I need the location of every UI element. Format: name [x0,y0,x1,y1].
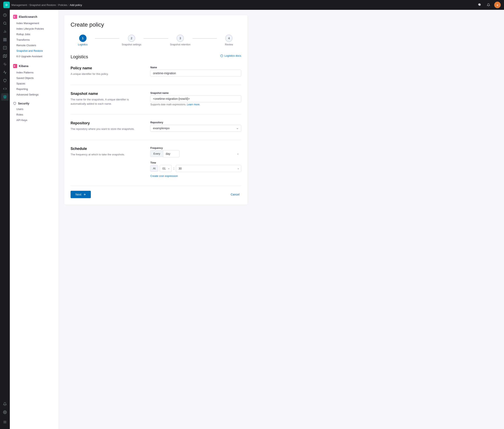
at-badge: At [150,165,158,172]
sidebar-item-remote-clusters[interactable]: Remote Clusters [10,43,59,48]
step-3-label: Snapshot retention [170,43,191,46]
sidebar-item-users[interactable]: Users [10,106,59,112]
repository-select[interactable]: examplerepo [150,125,241,132]
frequency-label: Frequency [150,147,241,150]
sidebar-item-advanced-settings[interactable]: Advanced Settings [10,92,59,97]
repository-select-wrapper: examplerepo [150,125,241,132]
logistics-section-header: Logistics Logistics docs [71,54,241,60]
sidebar-item-saved-objects[interactable]: Saved Objects [10,75,59,81]
snapshot-name-section: Snapshot name The name for the snapshots… [71,92,241,106]
cancel-button[interactable]: Cancel [229,191,241,198]
svg-text:K: K [14,65,16,67]
name-input[interactable] [150,70,241,77]
rail-discover-icon[interactable] [1,20,9,27]
minute-select[interactable]: 30 001545 [176,165,241,172]
rail-stack-icon[interactable] [1,93,9,101]
rail-collapse-icon[interactable] [1,418,9,426]
step-4[interactable]: 4 Review [217,35,241,46]
schedule-fields: Frequency Every day week month [150,147,241,178]
learn-more-link[interactable]: Learn more. [187,103,200,106]
app-logo[interactable]: D [3,2,10,8]
logistics-docs-link[interactable]: Logistics docs [220,54,241,57]
schedule-desc-text: The frequency at which to take the snaps… [71,152,142,157]
sidebar-section-security: Security Users Roles API Keys [10,101,59,123]
shield-icon [13,102,16,105]
gear-icon [478,3,481,7]
time-form-group: Time At 01 020304 : [150,161,241,178]
schedule-description: Schedule The frequency at which to take … [71,147,142,178]
sidebar-item-rollup-jobs[interactable]: Rollup Jobs [10,31,59,37]
step-connector-1 [95,38,119,39]
rail-home-icon[interactable] [1,11,9,19]
sidebar: E Elasticsearch Index Management Index L… [10,10,59,429]
security-label: Security [18,102,29,105]
page-title: Create policy [71,21,241,28]
rail-dashboard-icon[interactable] [1,36,9,43]
content-area: Create policy 1 Logistics 2 Snapshot set… [59,10,504,429]
minute-select-wrapper: 30 001545 [176,165,241,172]
frequency-select[interactable]: day week month [163,150,180,157]
elasticsearch-label: Elasticsearch [19,15,37,18]
top-nav: D Management / Snapshot and Restore / Po… [0,0,504,10]
step-1[interactable]: 1 Logistics [71,35,95,46]
step-2[interactable]: 2 Snapshot settings [119,35,144,46]
policy-name-section: Policy name A unique identifier for this… [71,66,241,77]
settings-icon-button[interactable] [476,2,483,8]
svg-point-16 [4,412,6,413]
rail-ml-icon[interactable] [1,61,9,68]
user-avatar[interactable]: e [494,2,501,8]
snapshot-name-description: Snapshot name The name for the snapshots… [71,92,142,106]
breadcrumb-snapshot-restore[interactable]: Snapshot and Restore [29,3,56,7]
sidebar-section-kibana: K Kibana Index Patterns Saved Objects Sp… [10,62,59,97]
rail-dev-tools-icon[interactable] [1,85,9,92]
svg-point-15 [5,64,5,65]
elasticsearch-section-header: E Elasticsearch [10,13,59,20]
cron-expression-link[interactable]: Create cron expression [150,174,241,178]
svg-marker-12 [3,54,7,58]
repository-heading: Repository [71,121,142,125]
sidebar-item-index-patterns[interactable]: Index Patterns [10,70,59,75]
rail-canvas-icon[interactable] [1,44,9,52]
policy-name-desc-text: A unique identifier for this policy. [71,72,142,76]
svg-point-1 [3,22,6,24]
rail-siem-icon[interactable] [1,77,9,84]
repository-label: Repository [150,121,241,124]
sidebar-item-spaces[interactable]: Spaces [10,81,59,86]
step-3[interactable]: 3 Snapshot retention [168,35,192,46]
repository-desc-text: The repository where you want to store t… [71,127,142,131]
policy-name-heading: Policy name [71,66,142,70]
kibana-section-header: K Kibana [10,62,59,70]
snapshot-name-form-group: Snapshot name Supports date math express… [150,92,241,106]
bell-icon [487,3,490,7]
rail-settings-icon[interactable] [1,409,9,416]
sidebar-item-upgrade-assistant[interactable]: 8.0 Upgrade Assistant [10,54,59,59]
sidebar-item-api-keys[interactable]: API Keys [10,117,59,123]
snapshot-name-label: Snapshot name [150,92,241,94]
next-button[interactable]: Next [71,191,91,198]
breadcrumb-policies[interactable]: Policies [58,3,68,7]
breadcrumb: Management / Snapshot and Restore / Poli… [11,3,475,7]
rail-maps-icon[interactable] [1,52,9,60]
snapshot-name-input[interactable] [150,95,241,102]
svg-line-2 [6,24,6,25]
step-connector-2 [144,38,168,39]
rail-alerts-icon[interactable] [1,400,9,408]
breadcrumb-management[interactable]: Management [11,3,27,7]
content-card: Create policy 1 Logistics 2 Snapshot set… [64,15,248,205]
rail-uptime-icon[interactable] [1,69,9,76]
hour-select-wrapper: 01 020304 [160,165,172,172]
sidebar-item-index-lifecycle[interactable]: Index Lifecycle Policies [10,26,59,31]
sidebar-item-transforms[interactable]: Transforms [10,37,59,43]
sidebar-item-index-management[interactable]: Index Management [10,20,59,26]
logistics-section-title: Logistics [71,54,88,60]
sidebar-item-roles[interactable]: Roles [10,112,59,117]
name-form-group: Name [150,66,241,77]
repository-fields: Repository examplerepo [150,121,241,132]
snapshot-name-fields: Snapshot name Supports date math express… [150,92,241,106]
sidebar-item-reporting[interactable]: Reporting [10,86,59,92]
hour-select[interactable]: 01 020304 [160,165,172,172]
rail-visualize-icon[interactable] [1,28,9,35]
sidebar-item-snapshot-restore[interactable]: Snapshot and Restore [10,48,59,54]
notifications-icon-button[interactable] [485,2,492,8]
form-footer: Next Cancel [71,186,241,198]
